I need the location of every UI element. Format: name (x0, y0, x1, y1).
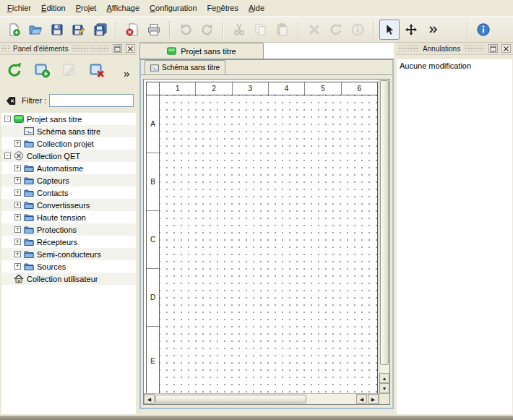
tab-schema-sans-titre[interactable]: Schéma sans titre (145, 60, 225, 74)
new-element-button[interactable] (31, 59, 53, 81)
save-button[interactable] (47, 20, 67, 40)
tree-item[interactable]: +Automatisme (1, 162, 136, 174)
open-button[interactable] (25, 20, 46, 40)
save-all-button[interactable] (90, 20, 111, 40)
close-panel-button[interactable] (126, 44, 135, 53)
panel-overflow-button[interactable] (120, 68, 133, 81)
tree-toggle[interactable]: + (14, 251, 21, 257)
undo-list[interactable]: Aucune modification (397, 59, 512, 414)
tree-item[interactable]: +Haute tension (1, 211, 136, 223)
menu-item[interactable]: Configuration (145, 1, 202, 15)
tree-item[interactable]: +Récepteurs (1, 236, 136, 248)
horizontal-scrollbar-thumb[interactable] (155, 395, 306, 403)
print-button[interactable] (144, 20, 164, 40)
menu-item[interactable]: Édition (36, 1, 71, 15)
redo-button[interactable] (197, 20, 217, 40)
undo-button[interactable] (176, 20, 196, 40)
scrollbar-corner (379, 393, 389, 404)
close-panel-button[interactable] (501, 44, 511, 53)
tree-item[interactable]: Collection utilisateur (1, 273, 136, 285)
menu-item[interactable]: Aide (243, 1, 270, 15)
tree-item-label: Semi-conducteurs (37, 250, 101, 259)
paste-button[interactable] (272, 20, 293, 40)
folder-icon (24, 176, 34, 185)
ruler-column-label: 3 (233, 82, 269, 95)
tree-toggle[interactable]: + (14, 263, 21, 270)
edit-element-button[interactable] (59, 59, 80, 81)
schema-viewport[interactable]: 123456 ABCDE (144, 80, 379, 393)
tree-toggle[interactable]: - (4, 153, 11, 159)
move-part-button[interactable] (401, 20, 421, 40)
filter-input[interactable] (49, 94, 134, 107)
copy-button[interactable] (251, 20, 271, 40)
rotate-icon (329, 22, 343, 37)
tree-item[interactable]: Schéma sans titre (1, 125, 136, 137)
save-as-button[interactable] (69, 20, 89, 40)
tree-item[interactable]: +Protections (1, 223, 136, 236)
cut-button[interactable] (229, 20, 249, 40)
info-button[interactable] (348, 20, 368, 40)
move-part-icon (404, 22, 418, 37)
float-panel-button[interactable] (488, 44, 498, 53)
scroll-left-button-2[interactable]: ◀ (356, 394, 367, 404)
undo-panel-header[interactable]: Annulations (396, 43, 513, 55)
panel-grip[interactable] (398, 46, 419, 51)
panel-grip[interactable] (72, 46, 109, 51)
tree-toggle[interactable]: + (14, 165, 21, 171)
rotate-button[interactable] (326, 20, 346, 40)
tree-item[interactable]: +Contacts (1, 187, 136, 199)
delete-button[interactable] (304, 20, 324, 40)
menu-item[interactable]: Affichage (101, 1, 145, 15)
tree-toggle[interactable]: + (14, 189, 21, 196)
vertical-scrollbar-thumb[interactable] (380, 80, 389, 365)
float-panel-button[interactable] (113, 44, 122, 53)
elements-panel-header[interactable]: Panel d'éléments (0, 43, 137, 55)
tree-item[interactable]: +Semi-conducteurs (1, 248, 136, 260)
menu-item[interactable]: Fenêtres (202, 1, 243, 15)
scroll-down-button[interactable]: ▼ (379, 383, 389, 393)
toolbar-overflow-button[interactable] (423, 20, 443, 40)
tree-toggle[interactable]: + (14, 239, 21, 245)
tree-toggle[interactable]: - (4, 116, 11, 122)
menu-item[interactable]: Projet (71, 1, 102, 15)
close-file-button[interactable] (122, 20, 142, 40)
tree-toggle[interactable]: + (14, 202, 21, 208)
tree-item[interactable]: +Collection projet (1, 137, 136, 150)
tree-toggle[interactable]: + (14, 226, 21, 233)
cut-icon (232, 22, 246, 37)
horizontal-scrollbar[interactable]: ◀ ◀ ▶ (144, 393, 379, 404)
scroll-up-button[interactable]: ▲ (379, 373, 389, 383)
delete-element-button[interactable] (86, 59, 108, 81)
tab-projet-sans-titre[interactable]: Projet sans titre (139, 43, 264, 59)
tree-toggle[interactable]: + (14, 214, 21, 220)
scroll-right-button[interactable]: ▶ (368, 394, 379, 404)
about-info-button[interactable] (473, 20, 493, 40)
vertical-scrollbar[interactable]: ▲ ▼ (379, 80, 389, 393)
project-icon (167, 47, 176, 55)
tree-item[interactable]: +Convertisseurs (1, 199, 136, 211)
tree-item[interactable]: -Collection QET (1, 150, 136, 162)
elements-tree: -Projet sans titreSchéma sans titre+Coll… (1, 113, 136, 414)
reload-button[interactable] (4, 59, 25, 81)
menu-item[interactable]: Fichier (2, 1, 36, 15)
tree-item[interactable]: -Projet sans titre (1, 113, 136, 125)
clear-filter-button[interactable] (3, 94, 19, 107)
scroll-left-button[interactable]: ◀ (144, 394, 155, 404)
tree-item[interactable]: +Capteurs (1, 174, 136, 187)
panel-grip[interactable] (464, 46, 485, 51)
undo-panel-title: Annulations (423, 45, 460, 53)
panel-grip[interactable] (2, 46, 9, 51)
tree-toggle[interactable]: + (14, 140, 21, 147)
new-file-button[interactable] (4, 20, 24, 40)
project-icon (14, 114, 24, 124)
schema-grid[interactable] (160, 95, 377, 393)
save-all-icon (93, 22, 108, 37)
tree-toggle[interactable]: + (14, 177, 21, 184)
float-icon (114, 46, 121, 52)
schema-page: 123456 ABCDE (146, 82, 378, 393)
tree-item[interactable]: +Sources (1, 260, 136, 273)
folder-icon (24, 188, 34, 197)
float-icon (490, 46, 496, 52)
select-pointer-button[interactable] (379, 20, 400, 40)
tree-item-label: Contacts (37, 189, 68, 197)
